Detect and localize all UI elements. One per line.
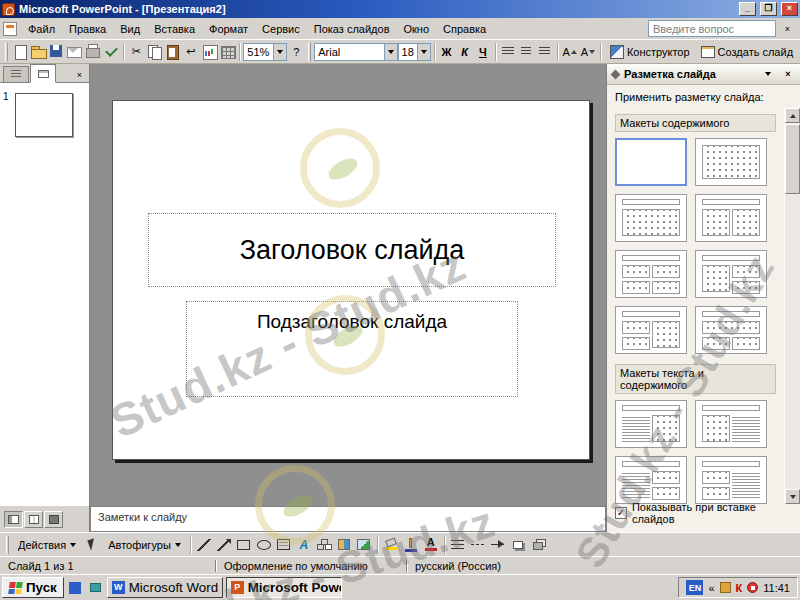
open-button[interactable] [29, 42, 47, 62]
layout-thumbnail[interactable] [695, 250, 767, 298]
menu-insert[interactable]: Вставка [147, 20, 202, 38]
minimize-button[interactable]: _ [739, 2, 756, 16]
toolbar-grip[interactable] [6, 536, 9, 554]
layout-thumbnail[interactable] [615, 194, 687, 242]
dash-style-button[interactable] [468, 535, 488, 555]
quick-launch-word[interactable] [67, 580, 84, 596]
draw-actions-menu[interactable]: Действия [12, 535, 82, 555]
increase-font-button[interactable]: А [561, 42, 579, 62]
italic-button[interactable]: К [456, 42, 474, 62]
save-button[interactable] [47, 42, 65, 62]
menu-tools[interactable]: Сервис [255, 20, 307, 38]
align-right-button[interactable] [535, 42, 553, 62]
normal-view-button[interactable] [4, 511, 23, 528]
help-button[interactable]: ? [287, 42, 305, 62]
select-objects-button[interactable] [82, 535, 102, 555]
font-size-combobox[interactable]: 18 [398, 43, 431, 61]
task-pane-dropdown-icon[interactable] [760, 66, 776, 82]
slideshow-button[interactable] [44, 511, 63, 528]
quick-launch-desktop[interactable] [87, 580, 104, 596]
task-pane-close-icon[interactable]: × [780, 66, 796, 82]
clip-art-button[interactable] [334, 535, 354, 555]
scroll-up-icon[interactable] [785, 108, 800, 123]
tray-k-icon[interactable]: К [736, 582, 743, 594]
text-box-button[interactable] [274, 535, 294, 555]
subtitle-placeholder[interactable]: Подзаголовок слайда [186, 301, 518, 397]
arrow-style-button[interactable] [488, 535, 508, 555]
print-button[interactable] [84, 42, 102, 62]
fill-color-button[interactable] [381, 535, 401, 555]
tray-expand-icon[interactable]: « [708, 582, 714, 594]
insert-picture-button[interactable] [354, 535, 374, 555]
line-tool-button[interactable] [194, 535, 214, 555]
arrow-tool-button[interactable] [214, 535, 234, 555]
tab-slides[interactable] [30, 64, 56, 83]
zoom-combobox[interactable]: 51% [243, 43, 287, 61]
task-pane-menu-icon[interactable] [611, 69, 621, 79]
layout-thumbnail[interactable] [615, 400, 687, 448]
bold-button[interactable]: Ж [437, 42, 455, 62]
mail-button[interactable] [66, 42, 84, 62]
task-pane-scrollbar[interactable] [784, 108, 800, 504]
underline-button[interactable]: Ч [474, 42, 492, 62]
ask-question-input[interactable] [648, 20, 776, 37]
tray-alert-icon[interactable] [747, 582, 758, 593]
menu-view[interactable]: Вид [113, 20, 147, 38]
menu-format[interactable]: Формат [202, 20, 255, 38]
rectangle-tool-button[interactable] [234, 535, 254, 555]
chevron-down-icon[interactable] [417, 44, 430, 60]
spelling-button[interactable] [102, 42, 120, 62]
close-pane-icon[interactable]: × [72, 68, 87, 82]
oval-tool-button[interactable] [254, 535, 274, 555]
tab-outline[interactable] [3, 66, 29, 82]
chevron-down-icon[interactable] [384, 44, 397, 60]
layout-thumbnail[interactable] [695, 456, 767, 504]
maximize-button[interactable]: ❐ [760, 2, 777, 16]
layout-thumbnail[interactable] [695, 194, 767, 242]
layout-thumbnail[interactable] [615, 250, 687, 298]
language-badge[interactable]: EN [686, 580, 703, 595]
menu-file[interactable]: Файл [21, 20, 62, 38]
taskbar-item-powerpoint[interactable]: P Microsoft Power... [226, 577, 342, 598]
close-document-icon[interactable]: × [780, 22, 795, 36]
insert-table-button[interactable] [218, 42, 236, 62]
cut-button[interactable]: ✂ [127, 42, 145, 62]
layout-thumbnail[interactable] [695, 306, 767, 354]
new-slide-button[interactable]: Создать слайд [695, 42, 798, 62]
slide-1-thumbnail[interactable] [15, 93, 73, 137]
autoshapes-menu[interactable]: Автофигуры [102, 535, 187, 555]
shadow-style-button[interactable] [508, 535, 528, 555]
menu-slideshow[interactable]: Показ слайдов [307, 20, 397, 38]
title-placeholder[interactable]: Заголовок слайда [148, 213, 556, 287]
start-button[interactable]: Пуск [2, 577, 64, 598]
show-on-insert-checkbox[interactable]: ✓ [615, 507, 627, 519]
menu-edit[interactable]: Правка [62, 20, 113, 38]
layout-thumbnail[interactable] [615, 456, 687, 504]
align-left-button[interactable] [499, 42, 517, 62]
copy-button[interactable] [145, 42, 163, 62]
tray-app-icon[interactable] [720, 582, 731, 593]
menu-help[interactable]: Справка [436, 20, 493, 38]
chevron-down-icon[interactable] [273, 44, 286, 60]
paste-button[interactable] [164, 42, 182, 62]
layout-thumbnail[interactable] [695, 400, 767, 448]
layout-thumbnail[interactable] [615, 306, 687, 354]
diagram-button[interactable] [314, 535, 334, 555]
layout-thumbnail[interactable] [615, 138, 687, 186]
undo-button[interactable]: ↩ [182, 42, 200, 62]
insert-chart-button[interactable] [200, 42, 218, 62]
layout-thumbnail[interactable] [695, 138, 767, 186]
slide-sorter-button[interactable] [24, 511, 43, 528]
notes-pane[interactable]: Заметки к слайду [90, 506, 606, 532]
slide-design-button[interactable]: Конструктор [604, 42, 695, 62]
close-button[interactable]: × [781, 2, 798, 16]
toolbar-grip[interactable] [308, 43, 311, 61]
taskbar-item-word[interactable]: W Microsoft Word мэ... [107, 577, 223, 598]
3d-style-button[interactable] [528, 535, 548, 555]
font-name-combobox[interactable]: Arial [314, 43, 397, 61]
wordart-button[interactable]: A [294, 535, 314, 555]
font-color-button[interactable]: А [421, 535, 441, 555]
menu-window[interactable]: Окно [397, 20, 437, 38]
toolbar-grip[interactable] [5, 43, 8, 61]
align-center-button[interactable] [517, 42, 535, 62]
